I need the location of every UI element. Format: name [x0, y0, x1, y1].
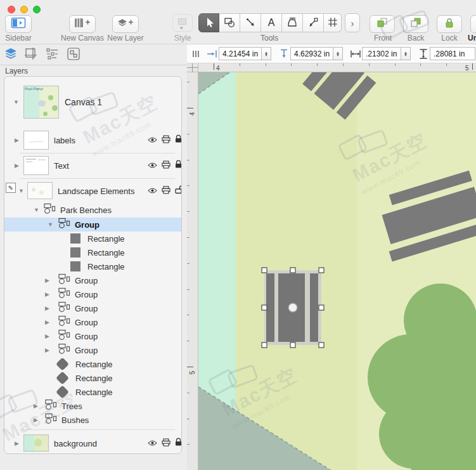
layer-row-group[interactable]: ▶ Group — [4, 329, 182, 343]
layer-row-labels[interactable]: ▶ labels — [4, 127, 182, 153]
x-position-stepper[interactable]: ▲▼ — [262, 47, 271, 60]
tab-canvas-panel[interactable] — [23, 48, 39, 63]
y-position-field[interactable] — [290, 47, 333, 60]
path-shape-tool[interactable] — [282, 13, 303, 32]
visibility-eye-icon[interactable] — [148, 134, 157, 146]
unlock-button-label: Un — [463, 34, 476, 42]
disclosure-closed-icon[interactable]: ▶ — [45, 333, 49, 339]
layer-row-group[interactable]: ▶ Group — [4, 273, 182, 287]
new-layer-button[interactable] — [112, 15, 139, 33]
labels-thumbnail — [23, 131, 49, 150]
style-button[interactable]: ▾ — [172, 14, 193, 32]
park-bench-right[interactable] — [373, 171, 476, 262]
sidebar-toggle-button[interactable] — [5, 15, 32, 33]
rectangle-swatch — [56, 385, 69, 398]
layer-row-trees[interactable]: ▶ Trees — [4, 399, 182, 413]
path-shape-icon — [286, 16, 299, 30]
disclosure-closed-icon[interactable]: ▶ — [34, 403, 38, 409]
layer-row-bushes[interactable]: ▶ Bushes — [4, 413, 182, 427]
layer-row-rectangle[interactable]: Rectangle — [4, 259, 182, 273]
x-position-icon — [206, 48, 219, 60]
width-stepper[interactable]: ▲▼ — [401, 47, 411, 60]
close-window-button[interactable] — [8, 6, 15, 13]
print-icon[interactable] — [162, 160, 170, 171]
unlock-button[interactable] — [470, 15, 476, 33]
center-handle[interactable] — [288, 303, 297, 312]
park-bench-selected[interactable] — [264, 270, 321, 345]
disclosure-closed-icon[interactable]: ▶ — [15, 137, 19, 143]
disclosure-closed-icon[interactable]: ▶ — [45, 319, 49, 325]
visibility-eye-icon[interactable] — [148, 185, 157, 197]
node-edit-tool[interactable] — [303, 13, 324, 32]
bring-to-front-button[interactable] — [370, 15, 395, 33]
layer-label: Group — [75, 304, 98, 313]
layer-row-rectangle[interactable]: Rectangle — [4, 232, 182, 245]
chevron-down-icon: ▾ — [180, 25, 183, 31]
width-field[interactable] — [362, 47, 401, 60]
minimize-window-button[interactable] — [20, 6, 28, 13]
text-tool[interactable]: A — [261, 13, 282, 32]
height-field[interactable] — [430, 47, 475, 60]
tab-layers-panel[interactable] — [3, 48, 19, 63]
layer-row-rectangle[interactable]: Rectangle — [4, 371, 182, 385]
layer-label: Group — [75, 332, 98, 341]
x-position-field[interactable] — [219, 47, 262, 60]
layer-label: Rectangle — [87, 248, 125, 258]
tree-shape[interactable] — [368, 284, 476, 470]
disclosure-open-icon[interactable]: ▼ — [48, 221, 53, 228]
rectangle-swatch — [70, 247, 80, 258]
canvas-zone: 4 5 4 5 — [187, 63, 476, 470]
disclosure-open-icon[interactable]: ▼ — [18, 188, 24, 194]
print-icon[interactable] — [162, 438, 170, 449]
disclosure-open-icon[interactable]: ▼ — [13, 99, 19, 105]
layer-row-canvas-1[interactable]: ▼ Pool Party! Canvas 1 — [4, 82, 182, 122]
layer-row-group[interactable]: ▶ Group — [4, 301, 182, 315]
park-bench-top[interactable] — [302, 72, 376, 120]
layer-row-group[interactable]: ▶ Group — [4, 315, 182, 329]
y-position-stepper[interactable]: ▲▼ — [333, 47, 343, 60]
disclosure-closed-icon[interactable]: ▶ — [45, 291, 49, 297]
zoom-window-button[interactable] — [33, 6, 41, 13]
layer-row-park-benches[interactable]: ▼ Park Benches — [4, 203, 182, 217]
line-tool[interactable] — [240, 13, 261, 32]
layer-row-group[interactable]: ▶ Group — [4, 287, 182, 301]
disclosure-closed-icon[interactable]: ▶ — [45, 277, 49, 284]
layer-row-landscape-elements[interactable]: ✎ ▼ Landscape Elements — [4, 180, 182, 201]
layer-row-group-selected[interactable]: ▼ Group — [4, 218, 182, 232]
layer-row-rectangle[interactable]: Rectangle — [4, 357, 182, 371]
send-to-back-button[interactable] — [403, 15, 428, 33]
layer-row-rectangle[interactable]: Rectangle — [4, 245, 182, 259]
tab-artboards-panel[interactable] — [65, 48, 82, 63]
canvas[interactable] — [198, 72, 476, 470]
unlocked-icon[interactable] — [174, 185, 182, 197]
chevron-right-icon: › — [351, 18, 354, 29]
visibility-eye-icon[interactable] — [148, 160, 157, 171]
disclosure-closed-icon[interactable]: ▶ — [45, 347, 49, 353]
disclosure-open-icon[interactable]: ▼ — [34, 207, 39, 213]
group-icon — [58, 329, 70, 343]
visibility-eye-icon[interactable] — [148, 438, 157, 449]
locked-icon[interactable] — [174, 134, 182, 146]
disclosure-closed-icon[interactable]: ▶ — [45, 305, 49, 311]
more-tools-button[interactable]: › — [345, 13, 360, 32]
locked-icon[interactable] — [174, 160, 182, 171]
new-canvas-button[interactable] — [69, 15, 96, 33]
disclosure-closed-icon[interactable]: ▶ — [15, 162, 19, 169]
layer-row-background[interactable]: ▶ background — [4, 433, 182, 454]
grid-tool[interactable] — [324, 13, 342, 32]
layer-row-text[interactable]: ▶ Text — [4, 153, 182, 178]
tab-options-panel[interactable] — [44, 48, 61, 63]
locked-icon[interactable] — [174, 438, 182, 449]
print-icon[interactable] — [162, 134, 170, 146]
shapes-tool[interactable] — [219, 13, 240, 32]
disclosure-closed-icon[interactable]: ▶ — [34, 417, 38, 423]
layer-row-group[interactable]: ▶ Group — [4, 343, 182, 357]
print-icon[interactable] — [162, 185, 170, 197]
lock-button[interactable] — [437, 15, 462, 33]
back-icon — [409, 17, 422, 31]
v-ruler-number: 4 — [189, 112, 196, 116]
select-tool[interactable] — [198, 13, 219, 32]
line-icon — [244, 16, 257, 30]
layer-row-rectangle[interactable]: Rectangle — [4, 385, 182, 399]
disclosure-closed-icon[interactable]: ▶ — [15, 440, 19, 447]
